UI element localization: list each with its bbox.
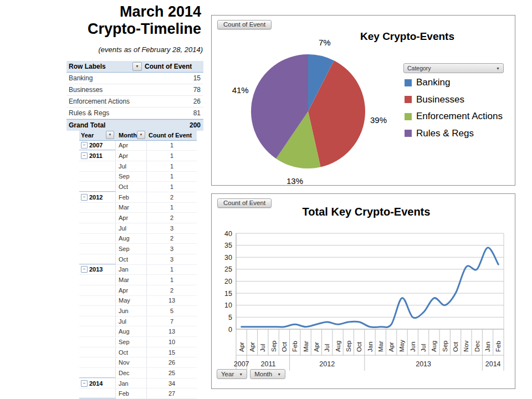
year-sort-icon[interactable]: ▼ <box>106 131 114 139</box>
x-axis-month-label: Apr <box>238 342 245 352</box>
collapse-icon[interactable]: − <box>81 142 88 149</box>
page-title-line1: March 2014 <box>0 3 201 21</box>
x-axis-month-label: Oct <box>452 341 459 352</box>
category-filter-button[interactable]: Category ▼ <box>403 63 504 73</box>
x-axis-month-label: Aug <box>335 341 341 352</box>
year-cell <box>79 223 116 233</box>
category-table-body: Banking15Businesses78Enforcement Actions… <box>66 73 203 119</box>
x-axis-month-label: Apr <box>388 342 395 352</box>
count-cell: 2 <box>147 235 197 242</box>
table-row: −2012Feb2 <box>79 192 197 203</box>
x-axis-month-label: Jul <box>324 344 330 352</box>
legend-swatch <box>405 79 412 86</box>
collapse-icon[interactable]: − <box>81 152 88 159</box>
count-cell: 2 <box>147 214 197 221</box>
collapse-icon[interactable]: − <box>81 380 88 387</box>
year-cell: −2013 <box>79 265 116 275</box>
month-cell: Mar <box>116 203 147 213</box>
table-row: Enforcement Actions26 <box>66 96 203 108</box>
monthly-pivot-table: Year ▼ Month ▼ Count of Event −2007Apr1−… <box>79 130 197 399</box>
count-of-event-field-button[interactable]: Count of Event <box>217 20 272 29</box>
x-axis-month-label: Apr <box>313 342 320 352</box>
count-cell: 1 <box>147 183 197 190</box>
line-chart: 0510152025303540AprAprJulSepOctFebMarApr… <box>212 194 515 388</box>
year-cell <box>79 275 116 285</box>
count-cell: 2 <box>147 194 197 201</box>
category-grand-total-row: Grand Total 200 <box>66 119 203 131</box>
x-axis-month-label: Oct <box>281 341 288 352</box>
page-title-line2: Crypto-Timeline <box>0 21 201 38</box>
monthly-table-header-row: Year ▼ Month ▼ Count of Event <box>79 130 197 141</box>
table-row: Jul1 <box>79 161 197 172</box>
chevron-down-icon: ▼ <box>277 372 281 376</box>
count-cell: 3 <box>147 225 197 232</box>
count-cell: 3 <box>147 245 197 252</box>
month-cell: Jul <box>116 223 147 233</box>
month-cell: Apr <box>116 213 147 223</box>
month-field-button[interactable]: Month ▼ <box>250 369 285 379</box>
x-axis-month-label: Jul <box>259 344 266 352</box>
x-axis-month-label: Nov <box>463 340 469 352</box>
year-cell <box>79 347 116 357</box>
x-axis-year-label: 2012 <box>319 360 335 368</box>
year-cell <box>79 213 116 223</box>
row-labels-header: Row Labels ▼ <box>66 62 144 71</box>
x-axis-month-label: May <box>398 340 405 352</box>
x-axis-month-label: Jul <box>420 344 427 352</box>
category-pivot-table: Row Labels ▼ Count of Event Banking15Bus… <box>66 61 203 131</box>
x-axis-month-label: Mar <box>377 341 384 352</box>
table-row: Jul3 <box>79 223 197 234</box>
table-row: Sep3 <box>79 244 197 254</box>
pie-percent-label: 13% <box>287 176 303 185</box>
category-table-header-row: Row Labels ▼ Count of Event <box>66 61 203 73</box>
collapse-icon[interactable]: − <box>81 266 88 273</box>
count-cell: 13 <box>147 328 197 335</box>
count-of-event-field-button-line[interactable]: Count of Event <box>217 198 272 208</box>
year-cell <box>79 326 116 336</box>
month-sort-icon[interactable]: ▼ <box>137 131 145 139</box>
legend-item: Enforcement Actions <box>405 108 503 125</box>
legend-item: Businesses <box>405 91 503 109</box>
year-cell <box>79 368 116 378</box>
month-header: Month ▼ <box>116 130 147 140</box>
page-title: March 2014 Crypto-Timeline <box>0 3 201 37</box>
filter-dropdown-icon[interactable]: ▼ <box>132 62 142 71</box>
month-cell: Oct <box>116 347 147 357</box>
year-cell <box>79 388 116 398</box>
x-axis-year-label: 2013 <box>416 360 431 368</box>
month-cell: May <box>116 296 147 306</box>
count-cell: 1 <box>147 142 197 149</box>
x-axis-month-label: Jun <box>410 341 416 352</box>
legend-label: Businesses <box>416 94 464 105</box>
count-cell: 78 <box>145 86 203 94</box>
table-row: Rules & Regs81 <box>66 108 203 119</box>
x-axis-month-label: Sep <box>270 341 277 352</box>
x-axis-month-label: Apr <box>249 342 255 352</box>
year-field-button[interactable]: Year ▼ <box>217 369 247 379</box>
table-row: Businesses78 <box>66 84 203 96</box>
line-chart-panel: Count of Event Total Key Crypto-Events 0… <box>211 193 515 389</box>
legend-label: Rules & Regs <box>416 128 474 139</box>
legend-label: Banking <box>416 77 450 88</box>
pie-percent-label: 7% <box>319 38 331 47</box>
x-axis-month-label: Dec <box>474 340 480 352</box>
monthly-table-body: −2007Apr1−2011Apr1Jul1Sep1Oct1−2012Feb2M… <box>79 141 197 399</box>
month-cell: Aug <box>116 326 147 336</box>
collapse-icon[interactable]: − <box>81 194 88 201</box>
y-axis-tick-label: 25 <box>224 265 232 273</box>
month-cell: Nov <box>116 357 147 367</box>
x-axis-month-label: Jan <box>484 341 491 352</box>
y-axis-tick-label: 35 <box>224 242 232 249</box>
row-label-cell: Banking <box>66 74 145 82</box>
grand-total-label: Grand Total <box>66 121 145 129</box>
x-axis-month-label: Jan <box>367 341 374 352</box>
x-axis-year-label: 2014 <box>485 360 501 368</box>
x-axis-month-label: Feb <box>291 341 298 352</box>
table-row: Jul7 <box>79 316 197 327</box>
table-row: Feb27 <box>79 388 197 399</box>
row-label-cell: Rules & Regs <box>66 109 145 117</box>
count-cell: 15 <box>145 74 203 82</box>
count-cell: 1 <box>147 277 197 283</box>
pie-percent-label: 41% <box>232 85 249 95</box>
month-cell: Jan <box>116 378 147 388</box>
